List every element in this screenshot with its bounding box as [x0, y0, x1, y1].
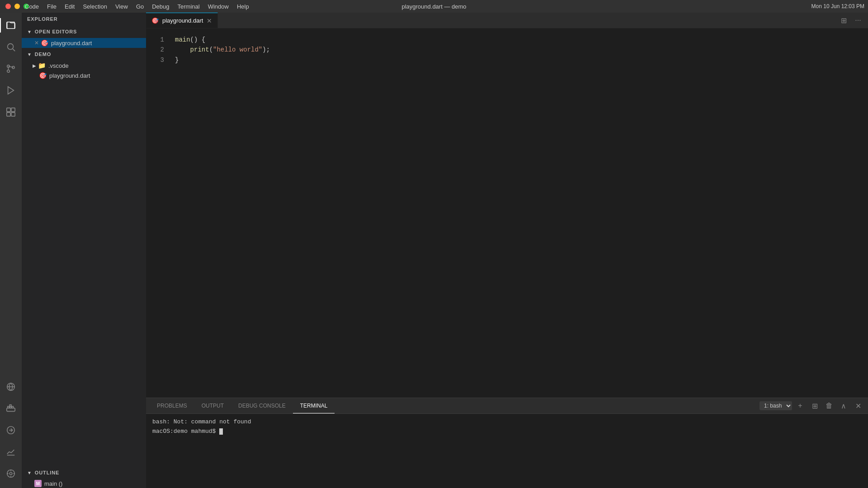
menu-terminal[interactable]: Terminal: [178, 3, 200, 10]
svg-rect-9: [7, 108, 10, 112]
menu-edit[interactable]: Edit: [65, 3, 75, 10]
menu-file[interactable]: File: [47, 3, 57, 10]
minimize-button[interactable]: [14, 4, 20, 9]
demo-header[interactable]: ▼ DEMO: [22, 48, 146, 61]
dart-icon: 🎯: [39, 72, 47, 79]
editor-area: 🎯 playground.dart ✕ ⊞ ··· 1 2 3 main() {…: [146, 13, 868, 488]
vscode-folder-item[interactable]: ▶ 📁 .vscode: [22, 61, 146, 70]
outline-function-icon: M: [34, 480, 42, 487]
terminal-tabs: PROBLEMS OUTPUT DEBUG CONSOLE TERMINAL 1…: [146, 398, 868, 414]
outline-main-item[interactable]: M main (): [22, 479, 146, 488]
remote-icon[interactable]: [0, 376, 22, 398]
svg-rect-19: [9, 405, 11, 407]
code-editor[interactable]: 1 2 3 main() { print("hello world"); }: [146, 28, 868, 398]
demo-label: DEMO: [35, 52, 52, 57]
terminal-cursor: [219, 428, 223, 435]
problems-tab[interactable]: PROBLEMS: [150, 398, 194, 413]
code-content[interactable]: main() { print("hello world"); }: [169, 28, 868, 398]
line-number-2: 2: [146, 45, 164, 55]
svg-rect-12: [11, 113, 15, 116]
new-terminal-button[interactable]: +: [794, 399, 807, 412]
explorer-header: EXPLORER: [22, 13, 146, 25]
docker-icon[interactable]: [0, 398, 22, 419]
split-terminal-button[interactable]: ⊞: [808, 399, 821, 412]
open-editors-section: ▼ OPEN EDITORS ✕ 🎯 playground.dart: [22, 25, 146, 48]
line-numbers: 1 2 3: [146, 28, 169, 398]
svg-rect-15: [7, 408, 15, 411]
run-icon[interactable]: [0, 419, 22, 441]
open-editors-file-item[interactable]: ✕ 🎯 playground.dart: [22, 38, 146, 48]
explorer-activity-icon[interactable]: [0, 14, 22, 36]
open-editors-arrow: ▼: [27, 29, 32, 34]
mac-right-info: Mon 10 Jun 12:03 PM: [811, 3, 864, 9]
tab-close-button[interactable]: ✕: [207, 18, 212, 24]
line-number-3: 3: [146, 55, 164, 65]
editor-tab[interactable]: 🎯 playground.dart ✕: [146, 13, 218, 28]
terminal-panel: PROBLEMS OUTPUT DEBUG CONSOLE TERMINAL 1…: [146, 398, 868, 488]
scroll-up-button[interactable]: ∧: [837, 399, 850, 412]
open-editors-label: OPEN EDITORS: [35, 29, 77, 34]
dart-filename: playground.dart: [49, 72, 90, 79]
menu-help[interactable]: Help: [237, 3, 249, 10]
folder-icon: 📁: [38, 62, 46, 69]
svg-point-1: [8, 44, 14, 50]
outline-label: OUTLINE: [35, 470, 59, 475]
sidebar: EXPLORER ▼ OPEN EDITORS ✕ 🎯 playground.d…: [22, 13, 146, 488]
code-line-3: }: [175, 55, 862, 65]
outline-header[interactable]: ▼ OUTLINE: [22, 466, 146, 479]
close-panel-button[interactable]: ✕: [852, 399, 864, 412]
tab-bar: 🎯 playground.dart ✕ ⊞ ···: [146, 13, 868, 28]
svg-line-2: [13, 49, 15, 51]
svg-rect-18: [12, 406, 14, 408]
demo-arrow: ▼: [27, 52, 32, 57]
terminal-line-1: bash: Not: command not found: [152, 418, 862, 427]
title-bar: Code File Edit Selection View Go Debug T…: [0, 0, 868, 13]
menu-view[interactable]: View: [115, 3, 128, 10]
svg-rect-10: [11, 108, 15, 112]
svg-rect-11: [7, 113, 10, 116]
svg-point-4: [7, 70, 10, 73]
close-file-icon[interactable]: ✕: [34, 40, 39, 46]
terminal-line-2: macOS:demo mahmud$: [152, 427, 862, 436]
extensions-activity-icon[interactable]: [0, 101, 22, 123]
code-line-1: main() {: [175, 35, 862, 45]
menu-selection[interactable]: Selection: [83, 3, 107, 10]
menu-window[interactable]: Window: [208, 3, 229, 10]
line-number-1: 1: [146, 35, 164, 45]
menu-code[interactable]: Code: [25, 3, 39, 10]
activity-bottom: [0, 376, 22, 488]
analytics-icon[interactable]: [0, 441, 22, 463]
tab-toolbar: ⊞ ···: [837, 13, 868, 28]
search-activity-icon[interactable]: [0, 36, 22, 58]
vscode-folder-name: .vscode: [48, 62, 69, 69]
menu-debug[interactable]: Debug: [152, 3, 169, 10]
svg-point-23: [9, 472, 12, 475]
demo-section: ▼ DEMO ▶ 📁 .vscode 🎯 playground.dart: [22, 48, 146, 80]
split-editor-button[interactable]: ⊞: [837, 14, 850, 27]
mac-menu: Code File Edit Selection View Go Debug T…: [25, 3, 249, 10]
kill-terminal-button[interactable]: 🗑: [823, 399, 835, 412]
open-editors-header[interactable]: ▼ OPEN EDITORS: [22, 25, 146, 38]
more-options-button[interactable]: ···: [852, 14, 864, 27]
helm-icon[interactable]: [0, 463, 22, 484]
terminal-body[interactable]: bash: Not: command not found macOS:demo …: [146, 414, 868, 488]
tab-file-icon: 🎯: [151, 17, 159, 24]
menu-go[interactable]: Go: [136, 3, 144, 10]
datetime: Mon 10 Jun 12:03 PM: [811, 3, 864, 9]
window-title: playground.dart — demo: [401, 3, 466, 10]
terminal-tab-actions: 1: bash + ⊞ 🗑 ∧ ✕: [760, 399, 864, 412]
activity-bar: [0, 13, 22, 488]
close-button[interactable]: [5, 4, 11, 9]
shell-selector[interactable]: 1: bash: [760, 401, 792, 410]
outline-function-name: main (): [44, 480, 62, 487]
code-line-2: print("hello world");: [175, 45, 862, 55]
svg-marker-8: [8, 87, 14, 94]
app-body: EXPLORER ▼ OPEN EDITORS ✕ 🎯 playground.d…: [0, 13, 868, 488]
debug-console-tab[interactable]: DEBUG CONSOLE: [231, 398, 293, 413]
terminal-tab[interactable]: TERMINAL: [293, 398, 335, 413]
output-tab[interactable]: OUTPUT: [194, 398, 231, 413]
source-control-activity-icon[interactable]: [0, 58, 22, 80]
run-debug-activity-icon[interactable]: [0, 80, 22, 101]
folder-arrow: ▶: [33, 63, 36, 68]
dart-file-item[interactable]: 🎯 playground.dart: [22, 70, 146, 80]
